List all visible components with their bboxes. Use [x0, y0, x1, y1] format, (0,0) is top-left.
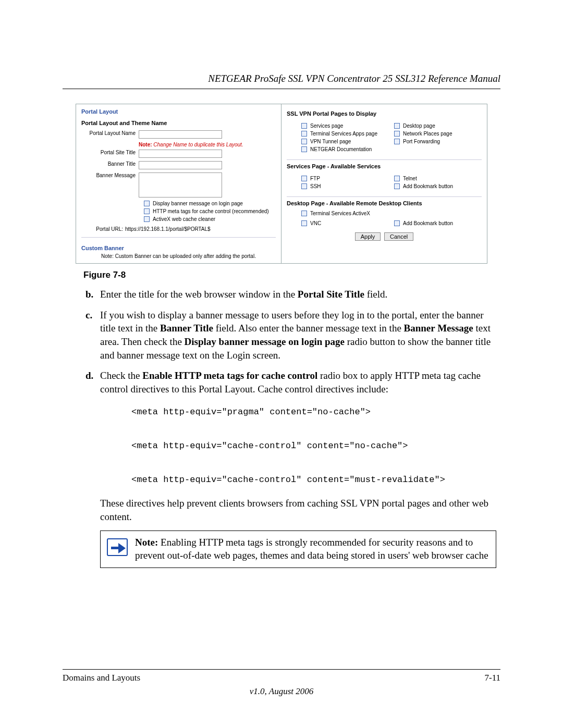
available-services-heading: Services Page - Available Services [287, 163, 482, 169]
header-rule [63, 89, 500, 89]
port-forwarding-checkbox[interactable] [394, 139, 400, 144]
services-page-label: Services page [310, 123, 343, 129]
vnc-label: VNC [310, 220, 321, 226]
page-header-title: NETGEAR ProSafe SSL VPN Concentrator 25 … [63, 73, 500, 84]
display-banner-checkbox[interactable] [144, 201, 150, 206]
vpn-tunnel-label: VPN Tunnel page [310, 139, 351, 144]
ftp-label: FTP [310, 176, 320, 181]
layout-name-input[interactable] [139, 130, 222, 139]
portal-url-row: Portal URL:https://192.168.1.1/portal/$P… [81, 226, 276, 232]
activex-cleaner-label: ActiveX web cache cleaner [153, 216, 215, 222]
footer-rule [63, 669, 500, 670]
vnc-checkbox[interactable] [301, 220, 307, 226]
meta-tag-code: <meta http-equiv="pragma" content="no-ca… [131, 404, 500, 488]
pages-to-display-heading: SSL VPN Portal Pages to Display [287, 110, 482, 117]
list-item-d: d. Check the Enable HTTP meta tags for c… [85, 369, 500, 567]
terminal-apps-checkbox[interactable] [301, 131, 307, 137]
http-meta-checkbox[interactable] [144, 208, 150, 214]
left-divider [81, 237, 276, 238]
portal-layout-right-pane: SSL VPN Portal Pages to Display Services… [282, 104, 487, 263]
ts-activex-label: Terminal Services ActiveX [310, 211, 370, 216]
footer-section: Domains and Layouts [63, 673, 140, 683]
cancel-button[interactable]: Cancel [384, 232, 413, 241]
portal-layout-screenshot: Portal Layout Portal Layout and Theme Na… [76, 104, 487, 264]
layout-name-label: Portal Layout Name [81, 130, 139, 136]
list-item-c: c. If you wish to display a banner messa… [85, 309, 500, 362]
http-meta-label: HTTP meta tags for cache control (recomm… [153, 208, 269, 214]
desktop-clients-heading: Desktop Page - Available Remote Desktop … [287, 200, 482, 206]
figure-caption: Figure 7-8 [83, 270, 500, 280]
terminal-apps-label: Terminal Services Apps page [310, 131, 377, 137]
netgear-docs-checkbox[interactable] [301, 146, 307, 152]
layout-theme-heading: Portal Layout and Theme Name [81, 120, 276, 126]
banner-message-textarea[interactable] [139, 172, 222, 198]
apply-button[interactable]: Apply [355, 232, 381, 241]
ftp-checkbox[interactable] [301, 176, 307, 181]
desktop-page-checkbox[interactable] [394, 123, 400, 129]
site-title-input[interactable] [139, 150, 222, 158]
arrow-right-icon [107, 538, 128, 556]
right-divider-2 [287, 196, 482, 197]
directives-explain: These directives help prevent clients br… [100, 497, 500, 523]
footer-version: v1.0, August 2006 [63, 686, 500, 697]
site-title-label: Portal Site Title [81, 150, 139, 155]
port-forwarding-label: Port Forwarding [403, 139, 440, 144]
netgear-docs-label: NETGEAR Documentation [310, 146, 372, 152]
services-page-checkbox[interactable] [301, 123, 307, 129]
ssh-label: SSH [310, 183, 321, 189]
right-divider-1 [287, 159, 482, 160]
portal-layout-left-pane: Portal Layout Portal Layout and Theme Na… [76, 104, 282, 263]
banner-message-label: Banner Message [81, 172, 139, 178]
display-banner-label: Display banner message on login page [153, 201, 243, 206]
telnet-label: Telnet [403, 176, 417, 181]
note-box: Note: Enabling HTTP meta tags is strongl… [100, 530, 496, 567]
custom-banner-note: Note: Custom Banner can be uploaded only… [81, 253, 276, 259]
ssh-checkbox[interactable] [301, 183, 307, 189]
telnet-checkbox[interactable] [394, 176, 400, 181]
ts-activex-checkbox[interactable] [301, 211, 307, 216]
network-places-checkbox[interactable] [394, 131, 400, 137]
vpn-tunnel-checkbox[interactable] [301, 139, 307, 144]
desktop-page-label: Desktop page [403, 123, 435, 129]
instruction-list: b. Enter the title for the web browser w… [85, 288, 500, 568]
portal-layout-title: Portal Layout [81, 108, 276, 115]
banner-title-label: Banner Title [81, 161, 139, 167]
activex-cleaner-checkbox[interactable] [144, 216, 150, 222]
network-places-label: Network Places page [403, 131, 452, 137]
add-bookmark-svc-label: Add Bookmark button [403, 183, 453, 189]
add-bookmark-svc-checkbox[interactable] [394, 183, 400, 189]
list-item-b: b. Enter the title for the web browser w… [85, 288, 500, 301]
duplicate-layout-note: Note: Change Name to duplicate this Layo… [139, 142, 276, 147]
custom-banner-heading: Custom Banner [81, 245, 276, 251]
add-bookmark-dsk-label: Add Bookmark button [403, 220, 453, 226]
add-bookmark-dsk-checkbox[interactable] [394, 220, 400, 226]
footer-page: 7-11 [484, 673, 500, 683]
banner-title-input[interactable] [139, 161, 222, 169]
